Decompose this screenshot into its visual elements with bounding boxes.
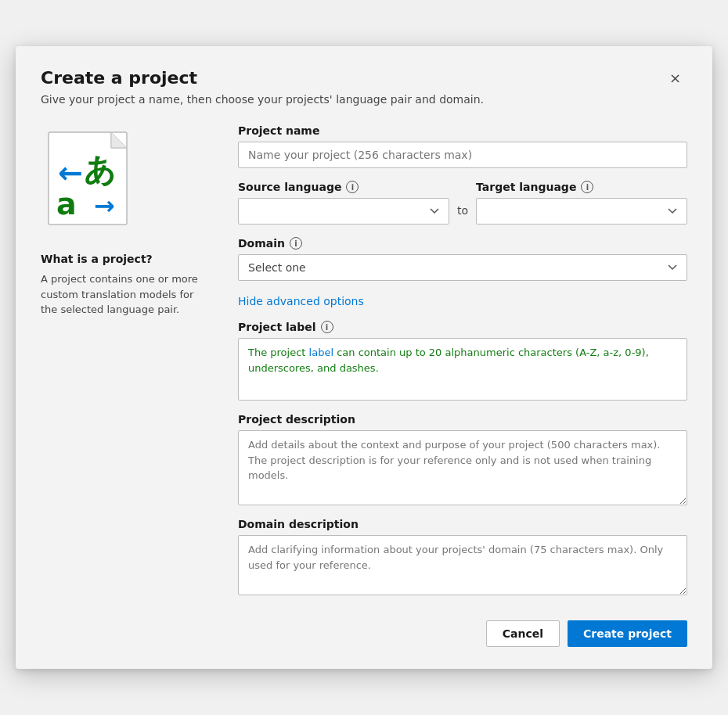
- project-label-group: Project label i The project label can co…: [238, 321, 687, 401]
- svg-text:あ: あ: [84, 152, 116, 188]
- left-panel: ← あ a → What is a project? A project con…: [41, 124, 213, 595]
- translation-icon: ← あ a →: [41, 124, 142, 234]
- project-name-group: Project name: [238, 124, 687, 168]
- domain-info-icon: i: [290, 237, 302, 250]
- target-language-group: Target language i: [476, 181, 687, 225]
- project-label-label: Project label i: [238, 321, 687, 333]
- source-language-group: Source language i: [238, 181, 449, 225]
- domain-select[interactable]: Select one: [238, 254, 687, 281]
- dialog-footer: Cancel Create project: [41, 614, 687, 647]
- target-language-info-icon: i: [581, 181, 593, 193]
- project-description-input[interactable]: [238, 430, 687, 505]
- project-icon-wrapper: ← あ a →: [41, 124, 213, 237]
- project-label-hint-blue: label: [309, 347, 333, 358]
- domain-group: Domain i Select one: [238, 237, 687, 281]
- source-language-info-icon: i: [346, 181, 359, 193]
- domain-label: Domain i: [238, 237, 687, 250]
- domain-description-group: Domain description: [238, 518, 687, 595]
- dialog-header: Create a project ×: [41, 68, 687, 88]
- cancel-button[interactable]: Cancel: [486, 620, 560, 647]
- source-language-select[interactable]: [238, 198, 449, 225]
- project-label-hint: The project label can contain up to 20 a…: [238, 338, 687, 401]
- right-panel: Project name Source language i to: [238, 124, 687, 595]
- project-description-label: Project description: [238, 413, 687, 426]
- hide-advanced-wrapper: Hide advanced options: [238, 293, 687, 308]
- svg-text:←: ←: [58, 156, 83, 190]
- what-is-title: What is a project?: [41, 253, 213, 265]
- create-project-button[interactable]: Create project: [568, 620, 687, 647]
- create-project-dialog: Create a project × Give your project a n…: [16, 46, 712, 669]
- project-name-input[interactable]: [238, 142, 687, 168]
- hide-advanced-link[interactable]: Hide advanced options: [238, 295, 364, 307]
- dialog-body: ← あ a → What is a project? A project con…: [41, 124, 687, 595]
- what-is-text: A project contains one or more custom tr…: [41, 271, 213, 318]
- svg-text:→: →: [94, 191, 115, 221]
- svg-text:a: a: [56, 187, 77, 221]
- to-label: to: [457, 204, 468, 225]
- project-description-group: Project description: [238, 413, 687, 505]
- project-label-info-icon: i: [321, 321, 333, 333]
- dialog-subtitle: Give your project a name, then choose yo…: [41, 93, 687, 106]
- project-name-label: Project name: [238, 124, 687, 137]
- source-language-label: Source language i: [238, 181, 449, 193]
- domain-description-label: Domain description: [238, 518, 687, 530]
- target-language-select[interactable]: [476, 198, 687, 225]
- dialog-title: Create a project: [41, 68, 197, 88]
- close-button[interactable]: ×: [663, 68, 687, 88]
- language-row: Source language i to Target language i: [238, 181, 687, 225]
- domain-description-input[interactable]: [238, 535, 687, 595]
- target-language-label: Target language i: [476, 181, 687, 193]
